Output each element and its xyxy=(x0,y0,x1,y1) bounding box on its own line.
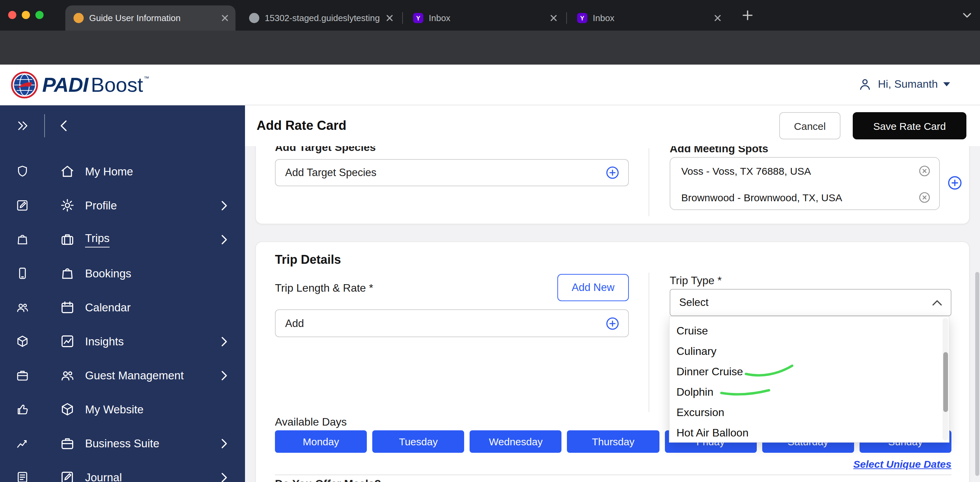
trip-type-value: Select xyxy=(679,296,932,309)
tab-title: Inbox xyxy=(429,13,544,23)
browser-window: Guide User Information 15302-staged.guid… xyxy=(0,0,980,482)
close-tab-icon[interactable] xyxy=(221,14,229,22)
page-scrollbar[interactable] xyxy=(975,272,979,476)
chevron-right-icon xyxy=(221,200,227,211)
sidebar-item-calendar[interactable]: Calendar xyxy=(54,290,245,324)
add-species-plus-icon[interactable] xyxy=(605,165,620,180)
document-list-icon[interactable] xyxy=(0,460,44,482)
remove-spot-icon[interactable] xyxy=(918,191,931,204)
phone-icon[interactable] xyxy=(0,256,44,290)
target-species-placeholder: Add Target Species xyxy=(285,166,605,179)
card-vertical-divider xyxy=(649,148,649,216)
sidebar-item-label: Calendar xyxy=(85,301,130,314)
zoom-window-button[interactable] xyxy=(35,11,43,19)
collapse-back-chevron-icon[interactable] xyxy=(56,117,72,134)
chevron-right-icon xyxy=(221,438,227,448)
meeting-spot-row: Voss - Voss, TX 76888, USA xyxy=(670,158,939,184)
sidebar-top xyxy=(0,105,245,146)
people-icon xyxy=(60,368,75,383)
tab-inbox-1[interactable]: Y Inbox xyxy=(405,5,564,30)
people-icon[interactable] xyxy=(0,290,44,324)
trip-details-heading: Trip Details xyxy=(275,253,341,267)
option-dolphin[interactable]: Dolphin xyxy=(670,382,949,403)
sidebar-item-insights[interactable]: Insights xyxy=(54,324,245,358)
close-tab-icon[interactable] xyxy=(714,14,721,22)
briefcase-icon xyxy=(60,436,75,451)
sidebar-item-trips[interactable]: Trips xyxy=(54,222,245,256)
cancel-button[interactable]: Cancel xyxy=(779,112,840,140)
tab-search-chevron-icon[interactable] xyxy=(962,10,972,20)
tab-staged-testing[interactable]: 15302-staged.guideslytesting xyxy=(241,5,400,30)
new-tab-button[interactable] xyxy=(742,10,753,21)
minimize-window-button[interactable] xyxy=(22,11,30,19)
meeting-spot-text: Voss - Voss, TX 76888, USA xyxy=(681,165,918,177)
yahoo-favicon-icon: Y xyxy=(413,13,423,23)
sidebar-item-guest-management[interactable]: Guest Management xyxy=(54,358,245,392)
sidebar-item-my-website[interactable]: My Website xyxy=(54,392,245,426)
sidebar-item-bookings[interactable]: Bookings xyxy=(54,256,245,290)
close-tab-icon[interactable] xyxy=(386,14,393,22)
save-rate-card-button[interactable]: Save Rate Card xyxy=(853,112,966,140)
briefcase-icon[interactable] xyxy=(0,358,44,392)
option-cruise[interactable]: Cruise xyxy=(670,321,949,341)
suitcase-icon xyxy=(60,232,75,247)
trip-type-select[interactable]: Select xyxy=(670,289,951,316)
chart-icon xyxy=(60,334,75,349)
option-culinary[interactable]: Culinary xyxy=(670,341,949,362)
sidebar-item-label: Journal xyxy=(85,471,122,482)
day-button-wednesday[interactable]: Wednesday xyxy=(470,430,562,453)
tab-title: 15302-staged.guideslytesting xyxy=(265,13,380,23)
bag-icon xyxy=(60,266,75,281)
sidebar-item-journal[interactable]: Journal xyxy=(54,460,245,482)
sidebar-top-divider xyxy=(44,114,45,137)
remove-spot-icon[interactable] xyxy=(918,165,931,178)
tab-title: Guide User Information xyxy=(89,13,216,23)
select-unique-dates-link[interactable]: Select Unique Dates xyxy=(692,458,951,470)
edit-square-icon[interactable] xyxy=(0,188,44,222)
day-button-monday[interactable]: Monday xyxy=(275,430,367,453)
sidebar-item-business-suite[interactable]: Business Suite xyxy=(54,426,245,460)
meeting-spots-list: Voss - Voss, TX 76888, USA Brownwood - B… xyxy=(670,157,940,210)
add-target-species-input[interactable]: Add Target Species xyxy=(275,159,629,186)
option-hot-air-balloon[interactable]: Hot Air Balloon xyxy=(670,423,949,443)
sidebar-item-label: Insights xyxy=(85,335,124,348)
add-new-button[interactable]: Add New xyxy=(557,274,629,301)
option-excursion[interactable]: Excursion xyxy=(670,403,949,423)
bag-icon[interactable] xyxy=(0,222,44,256)
day-button-thursday[interactable]: Thursday xyxy=(567,430,659,453)
meeting-spot-row: Brownwood - Brownwood, TX, USA xyxy=(670,184,939,211)
shield-icon[interactable] xyxy=(0,154,44,188)
yahoo-favicon-icon: Y xyxy=(577,13,587,23)
chart-line-icon[interactable] xyxy=(0,426,44,460)
chevron-right-icon xyxy=(221,472,227,482)
thumbs-up-icon[interactable] xyxy=(0,392,44,426)
close-window-button[interactable] xyxy=(8,11,16,19)
option-dinner-cruise[interactable]: Dinner Cruise xyxy=(670,362,949,382)
sidebar-item-my-home[interactable]: My Home xyxy=(54,154,245,188)
chevron-right-icon xyxy=(221,234,227,244)
tab-guide-user-information[interactable]: Guide User Information xyxy=(65,5,235,30)
padi-globe-icon xyxy=(11,71,38,98)
close-tab-icon[interactable] xyxy=(550,14,557,22)
day-button-tuesday[interactable]: Tuesday xyxy=(372,430,464,453)
page-action-bar: Add Rate Card Cancel Save Rate Card xyxy=(245,105,980,146)
sidebar-item-label: My Home xyxy=(85,165,133,178)
user-menu[interactable]: Hi, Sumanth xyxy=(858,77,950,92)
chevron-right-icon xyxy=(221,336,227,346)
padi-boost-logo[interactable]: PADI Boost ™ xyxy=(11,71,149,98)
tab-inbox-2[interactable]: Y Inbox xyxy=(569,5,728,30)
sidebar-item-profile[interactable]: Profile xyxy=(54,188,245,222)
box-icon[interactable] xyxy=(0,324,44,358)
available-days-label: Available Days xyxy=(275,416,347,428)
trip-length-add-input[interactable]: Add xyxy=(275,309,629,337)
expand-double-chevron-icon[interactable] xyxy=(15,118,30,133)
card-vertical-divider xyxy=(649,273,649,412)
main-content: Add Target Species Add Target Species Ad… xyxy=(245,105,980,482)
species-meeting-card: Add Target Species Add Target Species Ad… xyxy=(255,140,970,224)
add-meeting-spot-plus-icon[interactable] xyxy=(947,175,963,191)
edit-icon xyxy=(60,470,75,482)
add-trip-length-plus-icon[interactable] xyxy=(605,316,620,331)
meals-heading: Do You Offer Meals? xyxy=(275,478,381,482)
dropdown-scrollbar-thumb[interactable] xyxy=(943,352,948,412)
browser-toolbar: staging-admin.guidesly.com/padi-boost/pr… xyxy=(0,30,980,65)
